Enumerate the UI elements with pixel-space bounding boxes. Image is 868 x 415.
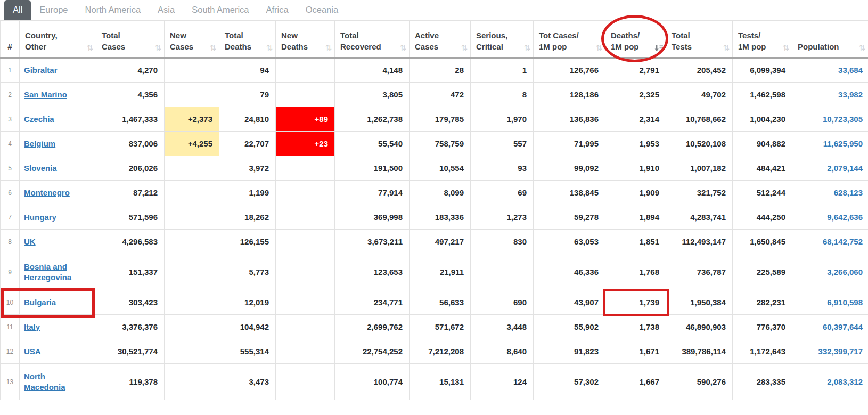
cell-tests-1m: 512,244 bbox=[733, 181, 792, 205]
country-link[interactable]: Gibraltar bbox=[24, 66, 58, 75]
cell-active-cases: 7,212,208 bbox=[410, 339, 471, 364]
header-label: Deaths bbox=[281, 41, 331, 52]
country-link[interactable]: Bulgaria bbox=[24, 298, 56, 307]
cell-tests-1m: 904,882 bbox=[733, 132, 792, 156]
sort-both-icon[interactable]: ⇅ bbox=[266, 44, 273, 52]
col-header-country[interactable]: Country, Other ⇅ bbox=[20, 21, 96, 58]
sort-both-icon[interactable]: ⇅ bbox=[723, 44, 730, 52]
cell-deaths-1m: 2,791 bbox=[605, 58, 666, 83]
col-header-new-deaths[interactable]: New Deaths ⇅ bbox=[276, 21, 335, 58]
sort-both-icon[interactable]: ⇅ bbox=[523, 44, 530, 52]
cell-population[interactable]: 10,723,305 bbox=[792, 107, 868, 132]
country-link[interactable]: North Macedonia bbox=[24, 372, 65, 392]
sort-both-icon[interactable]: ⇅ bbox=[154, 44, 161, 52]
cell-population[interactable]: 9,642,636 bbox=[792, 205, 868, 230]
cell-population[interactable]: 2,079,144 bbox=[792, 156, 868, 181]
tab-oceania[interactable]: Oceania bbox=[297, 0, 347, 20]
col-header-total-tests[interactable]: Total Tests ⇅ bbox=[666, 21, 733, 58]
tab-south-america[interactable]: South America bbox=[183, 0, 257, 20]
country-link[interactable]: San Marino bbox=[24, 90, 67, 99]
cell-total-recovered: 55,540 bbox=[335, 132, 410, 156]
cell-total-tests: 112,493,147 bbox=[666, 230, 733, 254]
sort-both-icon[interactable]: ⇅ bbox=[325, 44, 332, 52]
sort-both-icon[interactable]: ⇅ bbox=[858, 44, 865, 52]
cell-population[interactable]: 332,399,717 bbox=[792, 339, 868, 364]
cell-tests-1m: 1,462,598 bbox=[733, 83, 792, 107]
col-header-active-cases[interactable]: Active Cases ⇅ bbox=[410, 21, 471, 58]
country-link[interactable]: UK bbox=[24, 237, 36, 246]
cell-total-tests: 321,752 bbox=[666, 181, 733, 205]
country-link[interactable]: Slovenia bbox=[24, 164, 57, 173]
col-header-total-cases[interactable]: Total Cases ⇅ bbox=[96, 21, 165, 58]
cell-deaths-1m: 1,894 bbox=[605, 205, 666, 230]
table-row: 8UK4,296,583126,1553,673,211497,21783063… bbox=[1, 230, 868, 254]
cell-total-recovered: 3,673,211 bbox=[335, 230, 410, 254]
cell-population[interactable]: 6,910,598 bbox=[792, 290, 868, 315]
cell-population[interactable]: 11,625,950 bbox=[792, 132, 868, 156]
sort-both-icon[interactable]: ⇅ bbox=[595, 44, 602, 52]
cell-tot-cases-1m: 57,302 bbox=[534, 364, 605, 400]
cell-population[interactable]: 60,397,644 bbox=[792, 315, 868, 339]
cell-population[interactable]: 2,083,312 bbox=[792, 364, 868, 400]
cell-population[interactable]: 33,684 bbox=[792, 58, 868, 83]
sort-both-icon[interactable]: ⇅ bbox=[399, 44, 406, 52]
col-header-tests-per-1m[interactable]: Tests/ 1M pop ⇅ bbox=[733, 21, 792, 58]
sort-both-icon[interactable]: ⇅ bbox=[86, 44, 93, 52]
cell-deaths-1m: 2,325 bbox=[605, 83, 666, 107]
sort-both-icon[interactable]: ⇅ bbox=[461, 44, 468, 52]
cell-new-cases bbox=[165, 315, 219, 339]
cell-total-tests: 590,276 bbox=[666, 364, 733, 400]
cell-active-cases: 497,217 bbox=[410, 230, 471, 254]
cell-total-recovered: 4,148 bbox=[335, 58, 410, 83]
country-link[interactable]: Bosnia and Herzegovina bbox=[24, 262, 71, 282]
col-header-cases-per-1m[interactable]: Tot Cases/ 1M pop ⇅ bbox=[534, 21, 605, 58]
tab-north-america[interactable]: North America bbox=[77, 0, 150, 20]
tab-africa[interactable]: Africa bbox=[258, 0, 297, 20]
country-link[interactable]: Italy bbox=[24, 322, 40, 331]
cell-population[interactable]: 68,142,752 bbox=[792, 230, 868, 254]
header-label: # bbox=[2, 41, 18, 52]
col-header-total-deaths[interactable]: Total Deaths ⇅ bbox=[219, 21, 276, 58]
header-label: Tests bbox=[672, 41, 729, 52]
country-link[interactable]: Czechia bbox=[24, 115, 54, 124]
country-link[interactable]: Belgium bbox=[24, 139, 55, 148]
cell-population[interactable]: 628,123 bbox=[792, 181, 868, 205]
tab-europe[interactable]: Europe bbox=[31, 0, 76, 20]
cell-tot-cases-1m: 59,278 bbox=[534, 205, 605, 230]
cell-tests-1m: 1,004,230 bbox=[733, 107, 792, 132]
cell-population[interactable]: 33,982 bbox=[792, 83, 868, 107]
col-header-total-recovered[interactable]: Total Recovered ⇅ bbox=[335, 21, 410, 58]
col-header-serious-critical[interactable]: Serious, Critical ⇅ bbox=[471, 21, 534, 58]
sort-both-icon[interactable]: ⇅ bbox=[782, 44, 789, 52]
cell-tests-1m: 283,335 bbox=[733, 364, 792, 400]
cell-total-cases: 3,376,376 bbox=[96, 315, 165, 339]
sort-both-icon[interactable]: ⇅ bbox=[209, 44, 216, 52]
header-label: Deaths bbox=[225, 41, 272, 52]
cell-total-recovered: 1,262,738 bbox=[335, 107, 410, 132]
cell-serious-critical: 124 bbox=[471, 364, 534, 400]
table-row: 6Montenegro87,2121,19977,9148,09969138,8… bbox=[1, 181, 868, 205]
table-row: 1Gibraltar4,270944,148281126,7662,791205… bbox=[1, 58, 868, 83]
col-header-deaths-per-1m[interactable]: Deaths/ 1M pop bbox=[605, 21, 666, 58]
cell-tot-cases-1m: 63,053 bbox=[534, 230, 605, 254]
tab-asia[interactable]: Asia bbox=[149, 0, 183, 20]
table-row: 10Bulgaria303,42312,019234,77156,6336904… bbox=[1, 290, 868, 315]
country-link[interactable]: USA bbox=[24, 347, 41, 356]
cell-total-cases: 837,006 bbox=[96, 132, 165, 156]
cell-population[interactable]: 3,266,060 bbox=[792, 254, 868, 290]
cell-rank: 7 bbox=[1, 205, 20, 230]
cell-new-deaths bbox=[276, 315, 335, 339]
cell-total-tests: 49,702 bbox=[666, 83, 733, 107]
covid-stats-page: All Europe North America Asia South Amer… bbox=[0, 0, 868, 415]
cell-deaths-1m: 1,909 bbox=[605, 181, 666, 205]
col-header-new-cases[interactable]: New Cases ⇅ bbox=[165, 21, 219, 58]
country-link[interactable]: Montenegro bbox=[24, 188, 70, 197]
cell-new-deaths bbox=[276, 364, 335, 400]
col-header-population[interactable]: Population ⇅ bbox=[792, 21, 868, 58]
cell-new-cases bbox=[165, 181, 219, 205]
sort-descending-active-icon[interactable] bbox=[654, 44, 663, 52]
cell-rank: 6 bbox=[1, 181, 20, 205]
country-link[interactable]: Hungary bbox=[24, 213, 56, 222]
tab-all[interactable]: All bbox=[4, 0, 31, 20]
cell-new-cases bbox=[165, 83, 219, 107]
